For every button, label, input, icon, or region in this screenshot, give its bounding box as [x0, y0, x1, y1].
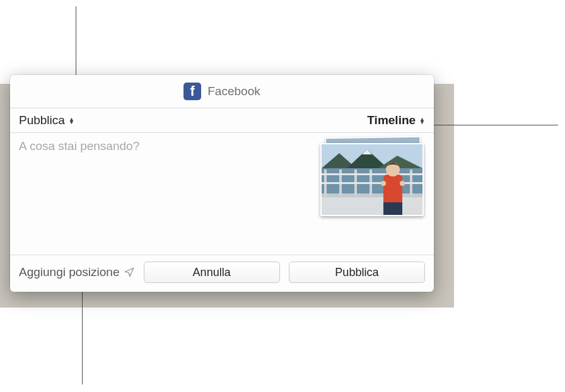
- facebook-icon: f: [183, 83, 201, 100]
- svg-point-18: [381, 181, 386, 186]
- audience-popup[interactable]: Pubblica: [19, 113, 74, 127]
- dialog-footer: Aggiungi posizione Annulla Pubblica: [10, 255, 434, 292]
- add-location-label: Aggiungi posizione: [19, 265, 120, 279]
- callout-line-location: [82, 290, 83, 384]
- add-location-button[interactable]: Aggiungi posizione: [19, 265, 135, 279]
- facebook-share-dialog: f Facebook Pubblica Timeline A cosa stai…: [10, 75, 434, 292]
- svg-point-17: [386, 163, 400, 176]
- svg-rect-16: [383, 202, 402, 215]
- destination-popup[interactable]: Timeline: [367, 113, 425, 127]
- selector-row: Pubblica Timeline: [10, 108, 434, 132]
- photo-thumbnail-image: [322, 144, 422, 215]
- cancel-button[interactable]: Annulla: [144, 262, 280, 283]
- audience-label: Pubblica: [19, 113, 65, 127]
- post-button[interactable]: Pubblica: [289, 262, 425, 283]
- svg-point-19: [400, 181, 405, 186]
- dialog-header: f Facebook: [10, 75, 434, 108]
- compose-textarea[interactable]: A cosa stai pensando?: [19, 138, 314, 242]
- updown-icon: [419, 118, 425, 124]
- photo-attachment-stack[interactable]: [320, 142, 424, 219]
- updown-icon: [69, 118, 74, 124]
- cancel-button-label: Annulla: [193, 266, 231, 279]
- destination-label: Timeline: [367, 113, 416, 127]
- svg-rect-6: [322, 196, 422, 215]
- callout-line-destination: [429, 125, 558, 125]
- svg-rect-14: [322, 182, 422, 184]
- compose-area: A cosa stai pensando?: [10, 133, 434, 255]
- svg-rect-13: [322, 173, 422, 175]
- photo-thumbnail-front: [320, 143, 424, 216]
- dialog-title: Facebook: [207, 84, 260, 98]
- post-button-label: Pubblica: [335, 266, 378, 279]
- svg-rect-15: [383, 175, 402, 206]
- location-arrow-icon: [124, 267, 135, 278]
